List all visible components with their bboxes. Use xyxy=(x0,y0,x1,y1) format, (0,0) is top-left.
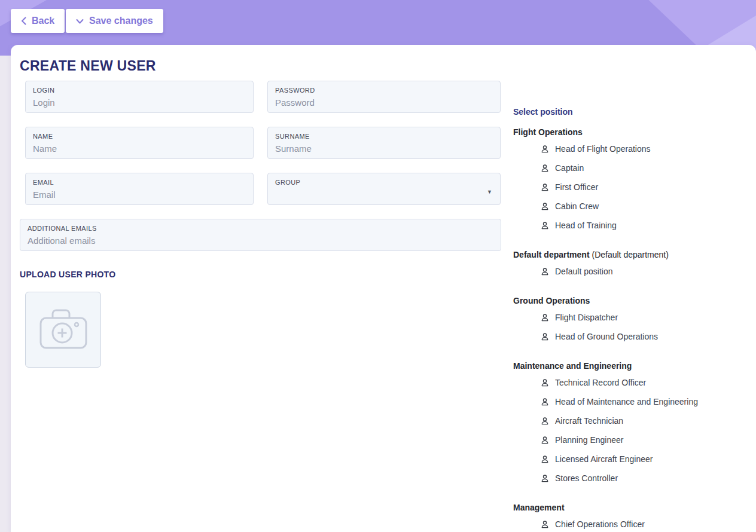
person-icon xyxy=(541,417,549,426)
name-input[interactable] xyxy=(33,142,246,154)
back-button-label: Back xyxy=(32,16,54,26)
additional-emails-field: ADDITIONAL EMAILS xyxy=(20,219,501,251)
department-name: Maintenance and Engineering xyxy=(513,361,632,371)
login-input[interactable] xyxy=(33,96,246,108)
department-name: Default department xyxy=(513,250,590,259)
camera-plus-icon xyxy=(36,306,91,354)
position-item-label: Stores Controller xyxy=(555,473,618,484)
position-item-head-of-ground-operations[interactable]: Head of Ground Operations xyxy=(513,327,756,346)
position-item-aircraft-technician[interactable]: Aircraft Technician xyxy=(513,411,756,430)
position-item-label: Head of Ground Operations xyxy=(555,331,658,342)
department-header: Management xyxy=(513,502,756,513)
group-field[interactable]: GROUP▼ xyxy=(267,173,501,205)
position-section-default-department: Default department (Default department)D… xyxy=(513,249,756,281)
position-item-label: Head of Maintenance and Engineering xyxy=(555,396,698,407)
position-item-label: Aircraft Technician xyxy=(555,415,623,426)
position-section-ground-operations: Ground OperationsFlight DispatcherHead o… xyxy=(513,295,756,346)
upload-photo-dropzone[interactable] xyxy=(25,292,101,368)
form-row: NAMESURNAME xyxy=(25,127,501,159)
check-icon xyxy=(76,19,84,24)
department-header: Ground Operations xyxy=(513,295,756,307)
position-item-head-of-flight-operations[interactable]: Head of Flight Operations xyxy=(513,139,756,158)
form-row: EMAILGROUP▼ xyxy=(25,173,501,205)
position-item-captain[interactable]: Captain xyxy=(513,158,756,178)
surname-input[interactable] xyxy=(275,142,493,154)
department-header: Default department (Default department) xyxy=(513,249,756,261)
position-item-licensed-aircraft-engineer[interactable]: Licensed Aircraft Engineer xyxy=(513,450,756,469)
position-item-label: Planning Engineer xyxy=(555,435,623,445)
position-item-chief-operations-officer[interactable]: Chief Operations Officer xyxy=(513,515,756,532)
department-name: Ground Operations xyxy=(513,296,590,305)
position-item-label: Licensed Aircraft Engineer xyxy=(555,454,653,464)
position-item-stores-controller[interactable]: Stores Controller xyxy=(513,469,756,488)
upload-photo-label: UPLOAD USER PHOTO xyxy=(20,270,501,279)
department-header: Flight Operations xyxy=(513,126,756,138)
field-label: LOGIN xyxy=(33,86,246,94)
department-suffix: (Default department) xyxy=(590,250,669,259)
field-label: GROUP xyxy=(275,178,493,186)
person-icon xyxy=(541,183,549,192)
chevron-left-icon xyxy=(21,17,26,25)
person-icon xyxy=(541,474,549,483)
name-field: NAME xyxy=(25,127,254,159)
password-input[interactable] xyxy=(275,96,493,108)
field-label: SURNAME xyxy=(275,132,493,140)
positions-panel: Select position Flight OperationsHead of… xyxy=(513,81,756,532)
save-changes-label: Save changes xyxy=(89,16,153,26)
person-icon xyxy=(541,145,549,154)
position-item-label: First Officer xyxy=(555,182,598,192)
position-item-head-of-maintenance-and-engineering[interactable]: Head of Maintenance and Engineering xyxy=(513,392,756,411)
positions-title: Select position xyxy=(513,106,756,118)
person-icon xyxy=(541,436,549,445)
save-changes-button[interactable]: Save changes xyxy=(66,9,163,33)
position-item-label: Technical Record Officer xyxy=(555,377,646,388)
person-icon xyxy=(541,455,549,464)
position-section-maintenance-and-engineering: Maintenance and EngineeringTechnical Rec… xyxy=(513,360,756,488)
field-label: NAME xyxy=(33,132,246,140)
page-title: CREATE NEW USER xyxy=(20,58,756,74)
position-item-first-officer[interactable]: First Officer xyxy=(513,178,756,197)
field-label: PASSWORD xyxy=(275,86,493,94)
person-icon xyxy=(541,202,549,211)
position-item-planning-engineer[interactable]: Planning Engineer xyxy=(513,430,756,450)
field-label: ADDITIONAL EMAILS xyxy=(28,224,493,233)
login-field: LOGIN xyxy=(25,81,254,113)
email-input[interactable] xyxy=(33,188,246,200)
position-section-management: ManagementChief Operations Officer xyxy=(513,502,756,532)
position-item-label: Chief Operations Officer xyxy=(555,519,645,530)
person-icon xyxy=(541,332,549,341)
position-item-label: Flight Dispatcher xyxy=(555,312,618,323)
position-item-cabin-crew[interactable]: Cabin Crew xyxy=(513,197,756,216)
position-item-label: Cabin Crew xyxy=(555,201,599,212)
position-item-flight-dispatcher[interactable]: Flight Dispatcher xyxy=(513,308,756,327)
position-item-technical-record-officer[interactable]: Technical Record Officer xyxy=(513,373,756,392)
user-form: LOGINPASSWORDNAMESURNAMEEMAILGROUP▼ ADDI… xyxy=(20,81,501,532)
department-name: Management xyxy=(513,503,565,512)
position-section-flight-operations: Flight OperationsHead of Flight Operatio… xyxy=(513,126,756,235)
person-icon xyxy=(541,378,549,387)
person-icon xyxy=(541,520,549,529)
position-item-label: Head of Training xyxy=(555,220,617,231)
back-button[interactable]: Back xyxy=(11,9,65,33)
department-header: Maintenance and Engineering xyxy=(513,360,756,372)
email-field: EMAIL xyxy=(25,173,254,205)
position-item-label: Captain xyxy=(555,163,584,173)
surname-field: SURNAME xyxy=(267,127,501,159)
position-item-default-position[interactable]: Default position xyxy=(513,262,756,281)
person-icon xyxy=(541,398,549,406)
person-icon xyxy=(541,221,549,230)
person-icon xyxy=(541,267,549,276)
create-user-card: CREATE NEW USER LOGINPASSWORDNAMESURNAME… xyxy=(11,45,756,532)
caret-down-icon: ▼ xyxy=(487,189,492,195)
position-item-label: Default position xyxy=(555,266,613,277)
password-field: PASSWORD xyxy=(267,81,501,113)
person-icon xyxy=(541,164,549,173)
person-icon xyxy=(541,313,549,322)
group-select-value xyxy=(275,188,493,189)
department-name: Flight Operations xyxy=(513,127,583,137)
form-row: LOGINPASSWORD xyxy=(25,81,501,113)
position-item-label: Head of Flight Operations xyxy=(555,143,651,154)
additional-emails-input[interactable] xyxy=(28,234,493,246)
field-label: EMAIL xyxy=(33,178,246,186)
position-item-head-of-training[interactable]: Head of Training xyxy=(513,216,756,235)
